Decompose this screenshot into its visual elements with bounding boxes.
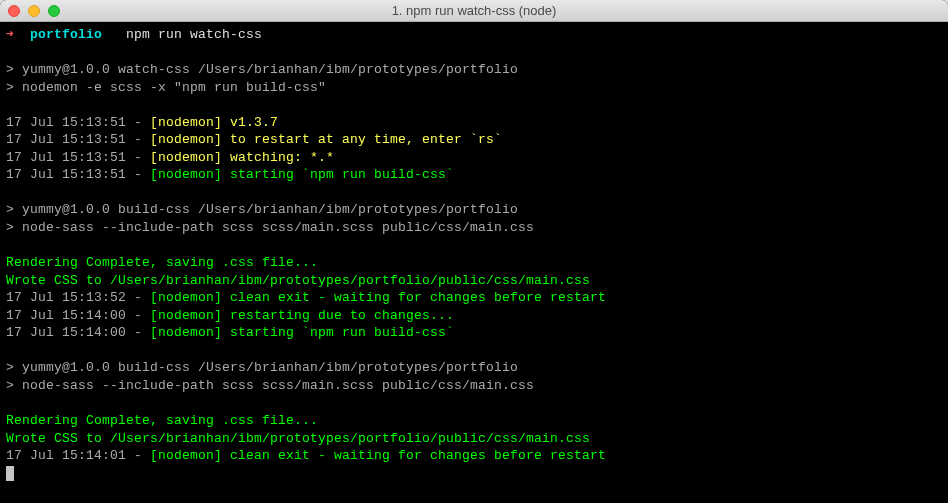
nodemon-msg: to restart at any time, enter `rs` (222, 132, 502, 147)
cursor-icon (6, 466, 14, 481)
maximize-icon[interactable] (48, 5, 60, 17)
nodemon-tag: [nodemon] (150, 308, 222, 323)
nodemon-tag: [nodemon] (150, 150, 222, 165)
output-line: Rendering Complete, saving .css file... (6, 254, 942, 272)
output-line: Wrote CSS to /Users/brianhan/ibm/prototy… (6, 430, 942, 448)
window-title: 1. npm run watch-css (node) (0, 3, 948, 18)
timestamp: 17 Jul 15:14:01 - (6, 448, 150, 463)
nodemon-msg: starting `npm run build-css` (222, 167, 454, 182)
minimize-icon[interactable] (28, 5, 40, 17)
timestamp: 17 Jul 15:13:51 - (6, 167, 150, 182)
close-icon[interactable] (8, 5, 20, 17)
timestamp: 17 Jul 15:13:51 - (6, 115, 150, 130)
timestamp: 17 Jul 15:13:51 - (6, 150, 150, 165)
titlebar[interactable]: 1. npm run watch-css (node) (0, 0, 948, 22)
timestamp: 17 Jul 15:13:52 - (6, 290, 150, 305)
output-line: 17 Jul 15:13:51 - [nodemon] starting `np… (6, 166, 942, 184)
output-line: > yummy@1.0.0 build-css /Users/brianhan/… (6, 201, 942, 219)
output-line: 17 Jul 15:13:51 - [nodemon] watching: *.… (6, 149, 942, 167)
output-line: 17 Jul 15:13:51 - [nodemon] v1.3.7 (6, 114, 942, 132)
nodemon-msg: starting `npm run build-css` (222, 325, 454, 340)
output-line: 17 Jul 15:14:00 - [nodemon] restarting d… (6, 307, 942, 325)
nodemon-tag: [nodemon] (150, 448, 222, 463)
blank-line (6, 96, 942, 114)
output-line: 17 Jul 15:14:01 - [nodemon] clean exit -… (6, 447, 942, 465)
timestamp: 17 Jul 15:13:51 - (6, 132, 150, 147)
output-line: > node-sass --include-path scss scss/mai… (6, 377, 942, 395)
cursor-line (6, 465, 942, 483)
prompt-command: npm run watch-css (126, 27, 262, 42)
output-line: > node-sass --include-path scss scss/mai… (6, 219, 942, 237)
prompt-arrow: ➜ (6, 27, 14, 42)
blank-line (6, 342, 942, 360)
output-line: > yummy@1.0.0 watch-css /Users/brianhan/… (6, 61, 942, 79)
nodemon-msg: restarting due to changes... (222, 308, 454, 323)
nodemon-tag: [nodemon] (150, 115, 222, 130)
terminal-window: 1. npm run watch-css (node) ➜ portfolio … (0, 0, 948, 503)
nodemon-tag: [nodemon] (150, 325, 222, 340)
output-line: Wrote CSS to /Users/brianhan/ibm/prototy… (6, 272, 942, 290)
blank-line (6, 394, 942, 412)
output-line: > nodemon -e scss -x "npm run build-css" (6, 79, 942, 97)
nodemon-msg: clean exit - waiting for changes before … (222, 448, 606, 463)
nodemon-tag: [nodemon] (150, 132, 222, 147)
nodemon-msg: watching: *.* (222, 150, 334, 165)
blank-line (6, 237, 942, 255)
nodemon-tag: [nodemon] (150, 290, 222, 305)
prompt-dir: portfolio (30, 27, 102, 42)
timestamp: 17 Jul 15:14:00 - (6, 308, 150, 323)
blank-line (6, 44, 942, 62)
nodemon-tag: [nodemon] (150, 167, 222, 182)
nodemon-msg: clean exit - waiting for changes before … (222, 290, 606, 305)
nodemon-msg: v1.3.7 (222, 115, 278, 130)
prompt-line: ➜ portfolio npm run watch-css (6, 26, 942, 44)
output-line: > yummy@1.0.0 build-css /Users/brianhan/… (6, 359, 942, 377)
blank-line (6, 184, 942, 202)
terminal-body[interactable]: ➜ portfolio npm run watch-css > yummy@1.… (0, 22, 948, 503)
output-line: Rendering Complete, saving .css file... (6, 412, 942, 430)
timestamp: 17 Jul 15:14:00 - (6, 325, 150, 340)
traffic-lights (8, 5, 60, 17)
output-line: 17 Jul 15:13:52 - [nodemon] clean exit -… (6, 289, 942, 307)
output-line: 17 Jul 15:14:00 - [nodemon] starting `np… (6, 324, 942, 342)
output-line: 17 Jul 15:13:51 - [nodemon] to restart a… (6, 131, 942, 149)
